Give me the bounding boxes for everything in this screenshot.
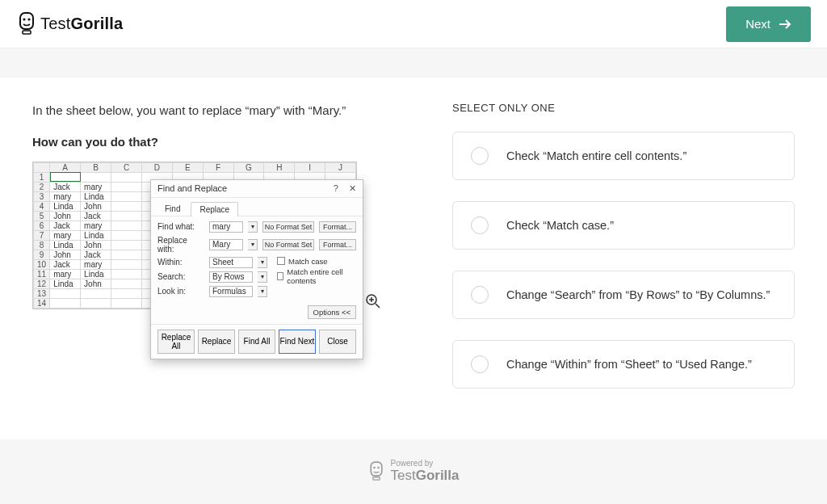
dropdown-find-history[interactable]: ▾ (248, 221, 258, 233)
replace-format-preview: No Format Set (262, 239, 314, 250)
brand-logo: TestGorilla (16, 11, 123, 37)
spreadsheet-figure: ABCDEFGHIJ12Jackmary3maryLinda4LindaJohn… (32, 162, 357, 309)
answer-option-label: Check “Match entire cell contents.” (506, 149, 686, 162)
find-replace-dialog: Find and Replace ? ✕ Find Replace Find w… (150, 179, 363, 359)
svg-point-6 (374, 467, 376, 469)
dialog-title-bar: Find and Replace ? ✕ (151, 180, 363, 198)
input-replace-with[interactable]: Mary (209, 239, 243, 250)
top-bar: TestGorilla Next (0, 0, 827, 48)
question-bold-prompt: How can you do that? (32, 135, 404, 149)
brand-name-light: Test (40, 15, 70, 32)
radio-icon (471, 147, 489, 165)
answer-option-label: Change “Search” from “By Rows” to “By Co… (506, 288, 770, 301)
label-within: Within: (157, 258, 204, 267)
checkbox-match-entire-label: Match entire cell contents (287, 267, 356, 285)
find-format-button[interactable]: Format... (319, 221, 356, 233)
find-format-preview: No Format Set (262, 221, 314, 233)
gorilla-icon (367, 460, 385, 483)
dialog-tabs: Find Replace (151, 198, 363, 216)
footer-brand-bold: Gorilla (416, 468, 460, 483)
tab-replace[interactable]: Replace (191, 202, 238, 216)
tab-find[interactable]: Find (156, 201, 189, 216)
answer-option-label: Change “Within” from “Sheet” to “Used Ra… (506, 358, 752, 371)
answers-panel: SELECT ONLY ONE Check “Match entire cell… (452, 102, 795, 431)
gorilla-icon (16, 11, 37, 37)
answer-instruction: SELECT ONLY ONE (452, 102, 795, 114)
input-find-what[interactable]: mary (209, 221, 243, 233)
radio-icon (471, 286, 489, 304)
answer-option-1[interactable]: Check “Match case.” (452, 201, 795, 250)
help-icon[interactable]: ? (334, 183, 338, 193)
options-toggle-button[interactable]: Options << (308, 305, 356, 319)
brand-name: TestGorilla (40, 15, 123, 33)
select-search[interactable]: By Rows (209, 271, 253, 283)
svg-point-1 (23, 18, 25, 20)
answer-option-2[interactable]: Change “Search” from “By Rows” to “By Co… (452, 271, 795, 319)
footer-brand-light: Test (390, 468, 415, 483)
checkbox-match-case[interactable]: Match case (277, 257, 356, 266)
replace-format-button[interactable]: Format... (319, 239, 356, 250)
footer: Powered by TestGorilla (0, 439, 827, 504)
checkbox-match-entire[interactable]: Match entire cell contents (277, 267, 356, 285)
answer-option-0[interactable]: Check “Match entire cell contents.” (452, 132, 795, 180)
question-prompt: In the sheet below, you want to replace … (32, 102, 404, 120)
svg-rect-5 (372, 462, 383, 476)
label-look-in: Look in: (157, 287, 204, 296)
radio-icon (471, 216, 489, 234)
svg-rect-3 (23, 31, 31, 34)
svg-rect-0 (20, 13, 33, 29)
svg-point-2 (27, 18, 30, 20)
question-panel: In the sheet below, you want to replace … (32, 102, 404, 431)
next-button[interactable]: Next (726, 6, 811, 42)
svg-point-7 (378, 467, 380, 469)
replace-button[interactable]: Replace (198, 330, 235, 354)
label-search: Search: (157, 272, 204, 281)
svg-rect-8 (373, 477, 380, 480)
select-within[interactable]: Sheet (209, 257, 253, 268)
label-replace-with: Replace with: (157, 236, 204, 254)
answer-option-3[interactable]: Change “Within” from “Sheet” to “Used Ra… (452, 340, 795, 388)
zoom-icon[interactable] (365, 293, 381, 313)
replace-all-button[interactable]: Replace All (157, 330, 195, 354)
brand-name-bold: Gorilla (70, 15, 123, 32)
dialog-title: Find and Replace (157, 183, 227, 193)
next-button-label: Next (745, 17, 770, 31)
powered-by: Powered by TestGorilla (367, 460, 459, 484)
select-look-in[interactable]: Formulas (209, 286, 253, 297)
spacer-band (0, 48, 827, 78)
dropdown-within-icon[interactable]: ▾ (258, 257, 267, 268)
close-icon[interactable]: ✕ (349, 183, 356, 193)
find-next-button[interactable]: Find Next (279, 330, 316, 354)
checkbox-match-case-label: Match case (288, 257, 328, 266)
content-area: In the sheet below, you want to replace … (0, 78, 827, 439)
dropdown-replace-history[interactable]: ▾ (248, 239, 258, 250)
radio-icon (471, 355, 489, 373)
answer-option-label: Check “Match case.” (506, 219, 614, 232)
arrow-right-icon (779, 19, 791, 30)
close-button[interactable]: Close (319, 330, 356, 354)
dropdown-search-icon[interactable]: ▾ (258, 271, 267, 283)
powered-by-label: Powered by (390, 460, 459, 468)
find-all-button[interactable]: Find All (238, 330, 275, 354)
label-find-what: Find what: (157, 222, 204, 231)
dropdown-look-in-icon[interactable]: ▾ (258, 286, 267, 297)
